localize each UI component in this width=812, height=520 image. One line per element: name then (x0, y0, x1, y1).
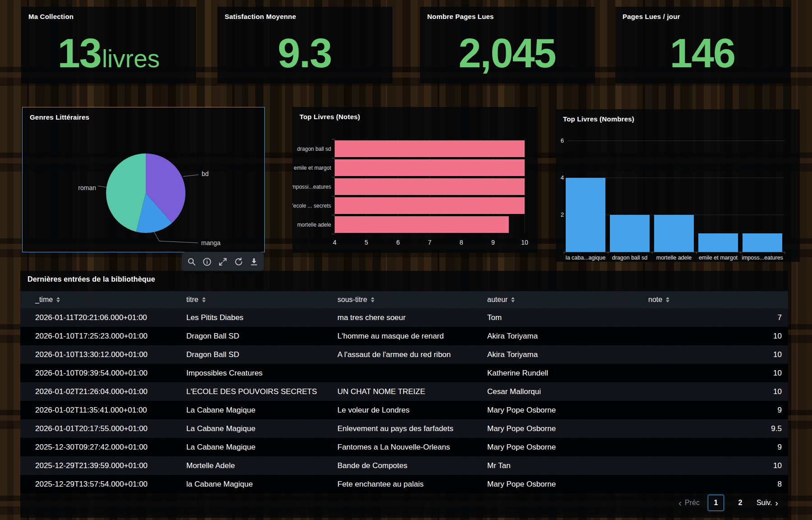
panel-toolbar (182, 252, 264, 272)
panel-genres-litteraires: Genres Littéraires bdmangaroman (22, 107, 265, 252)
table-row: 2026-01-11T20:21:06.000+01:00Les Pitits … (20, 308, 788, 327)
table-row: 2025-12-29T13:57:54.000+01:00la Cabane M… (20, 475, 788, 493)
table-body: 2026-01-11T20:21:06.000+01:00Les Pitits … (20, 308, 788, 493)
table-cell: 7 (648, 313, 788, 322)
bar-emile et margot[interactable] (698, 233, 738, 252)
pie-chart[interactable]: bdmangaroman (23, 107, 264, 254)
pagination-page-2[interactable]: 2 (732, 495, 748, 511)
table-cell: Cesar Mallorqui (487, 387, 648, 396)
table-cell: UN CHAT NOME TREIZE (337, 387, 487, 396)
bar-mortelle adele[interactable] (335, 216, 509, 233)
x-tick-label: 5 (364, 239, 368, 246)
table-row: 2026-01-10T17:25:23.000+01:00Dragon Ball… (20, 327, 788, 345)
table-row: 2025-12-29T21:39:59.000+01:00Mortelle Ad… (20, 456, 788, 475)
table-cell: Enlevement au pays des farfadets (337, 424, 487, 433)
nombres-bar-chart[interactable]: 246la caba...agiquedragon ball sdmortell… (556, 109, 800, 264)
bar-la caba...agique[interactable] (566, 178, 605, 252)
table-cell: Mortelle Adele (186, 461, 337, 470)
stat-panel-satisfaction: Satisfaction Moyenne 9.3 (217, 7, 392, 84)
table-cell: Le voleur de Londres (337, 406, 487, 415)
sort-icon (56, 297, 60, 302)
table-cell: A l'assaut de l'armee du red ribon (337, 350, 487, 359)
pagination-prev-button[interactable]: ‹ Préc (678, 498, 700, 507)
info-icon[interactable] (201, 256, 213, 268)
table-row: 2025-12-30T09:27:42.000+01:00La Cabane M… (20, 438, 788, 456)
stat-panel-pages-lues: Nombre Pages Lues 2,045 (420, 7, 595, 84)
table-row: 2026-01-02T11:35:41.000+01:00La Cabane M… (20, 401, 788, 419)
column-header-time[interactable]: _time (20, 296, 186, 304)
panel-top-livres-nombres: Top Livres (Nombres) 246la caba...agique… (556, 109, 800, 262)
table-cell: Bande de Compotes (337, 461, 487, 470)
table-cell: L'ECOLE DES POUVOIRS SECRETS (186, 387, 337, 396)
x-tick-label: 6 (396, 239, 400, 246)
download-icon[interactable] (248, 256, 260, 268)
stat-number: 13 (58, 31, 101, 76)
stat-number: 146 (670, 31, 735, 76)
table-cell: L'homme au masque de renard (337, 332, 487, 341)
table-cell: 10 (648, 369, 788, 378)
bar-dragon ball sd[interactable] (335, 140, 525, 157)
table-cell: 2025-12-29T21:39:59.000+01:00 (20, 461, 186, 470)
table-cell: 8 (648, 480, 788, 489)
column-header-note[interactable]: note (648, 296, 788, 304)
bar-l'ecole ... secrets[interactable] (335, 197, 525, 214)
table-cell: 2026-01-10T09:39:54.000+01:00 (20, 369, 186, 378)
table-cell: 2026-01-10T13:30:12.000+01:00 (20, 350, 186, 359)
table-cell: Fantomes a La Nouvelle-Orleans (337, 443, 487, 452)
table-row: 2026-01-10T13:30:12.000+01:00Dragon Ball… (20, 345, 788, 364)
column-header-titre[interactable]: titre (186, 296, 337, 304)
x-category-label: dragon ball sd (612, 255, 648, 261)
stat-value: 9.3 (217, 30, 392, 77)
search-zoom-icon[interactable] (186, 256, 198, 268)
table-cell: Katherine Rundell (487, 369, 648, 378)
table-cell: la Cabane Magique (186, 480, 337, 489)
stat-panel-pages-jour: Pages Lues / jour 146 (615, 7, 790, 84)
x-tick-label: 10 (521, 239, 528, 246)
table-cell: ma tres chere soeur (337, 313, 487, 322)
bar-mortelle adele[interactable] (654, 215, 694, 252)
table-cell: Les Pitits Diabes (186, 313, 337, 322)
table-cell: Fete enchantee au palais (337, 480, 487, 489)
table-cell: Impossibles Creatures (186, 369, 337, 378)
stat-number: 2,045 (458, 31, 555, 76)
panel-title: Dernières entrées de la bibliothèque (20, 271, 788, 283)
y-category-label: dragon ball sd (297, 146, 331, 152)
pagination: ‹ Préc 1 2 Suiv. › (678, 495, 778, 511)
y-tick-label: 6 (561, 137, 564, 144)
column-header-auteur[interactable]: auteur (487, 296, 648, 304)
table-cell: 2026-01-11T20:21:06.000+01:00 (20, 313, 186, 322)
column-header-sous-titre[interactable]: sous-titre (337, 296, 487, 304)
table-cell: 2025-12-29T13:57:54.000+01:00 (20, 480, 186, 489)
stat-value: 13livres (21, 30, 196, 77)
refresh-icon[interactable] (233, 256, 245, 268)
table-row: 2026-01-10T09:39:54.000+01:00Impossibles… (20, 364, 788, 382)
table-cell: Mary Pope Osborne (487, 424, 648, 433)
table-cell: 10 (648, 350, 788, 359)
bar-impossi...eatures[interactable] (335, 178, 525, 195)
pie-label-roman: roman (78, 184, 96, 191)
table-cell: 2026-01-01T20:17:55.000+01:00 (20, 424, 186, 433)
table-cell: Akira Toriyama (487, 350, 648, 359)
pie-label-manga: manga (201, 239, 221, 246)
y-category-label: mortelle adele (297, 222, 332, 228)
table-cell: 10 (648, 461, 788, 470)
table-cell: 10 (648, 387, 788, 396)
expand-icon[interactable] (217, 256, 229, 268)
table-cell: Dragon Ball SD (186, 332, 337, 341)
table-cell: 9.5 (648, 424, 788, 433)
pagination-next-button[interactable]: Suiv. › (757, 498, 778, 507)
y-category-label: emile et margot (294, 165, 331, 171)
y-tick-label: 2 (561, 211, 564, 218)
stat-value: 146 (615, 30, 790, 77)
table-cell: 10 (648, 332, 788, 341)
pagination-page-1[interactable]: 1 (708, 495, 724, 511)
x-category-label: imposs...eatures (742, 255, 783, 261)
bar-emile et margot[interactable] (335, 159, 525, 176)
bar-imposs...eatures[interactable] (743, 233, 782, 252)
notes-bar-chart[interactable]: 45678910dragon ball sdemile et margotimp… (292, 107, 538, 255)
x-category-label: emile et margot (699, 255, 738, 261)
bar-dragon ball sd[interactable] (610, 215, 650, 252)
sort-icon (202, 297, 206, 302)
table-cell: La Cabane Magique (186, 424, 337, 433)
panel-title: Pages Lues / jour (615, 7, 790, 20)
